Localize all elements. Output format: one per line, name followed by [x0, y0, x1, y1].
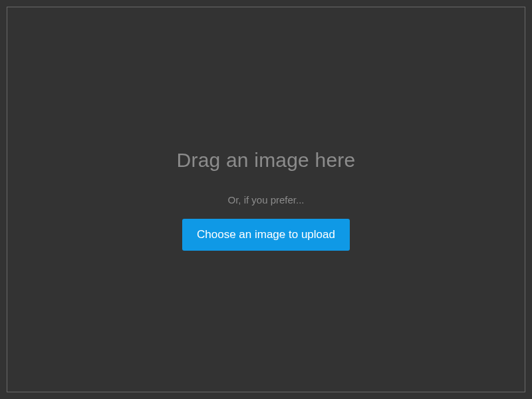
or-prefer-text: Or, if you prefer... — [227, 194, 304, 205]
image-dropzone[interactable]: Drag an image here Or, if you prefer... … — [7, 7, 525, 392]
drag-heading: Drag an image here — [177, 149, 356, 172]
choose-image-button[interactable]: Choose an image to upload — [182, 219, 350, 251]
